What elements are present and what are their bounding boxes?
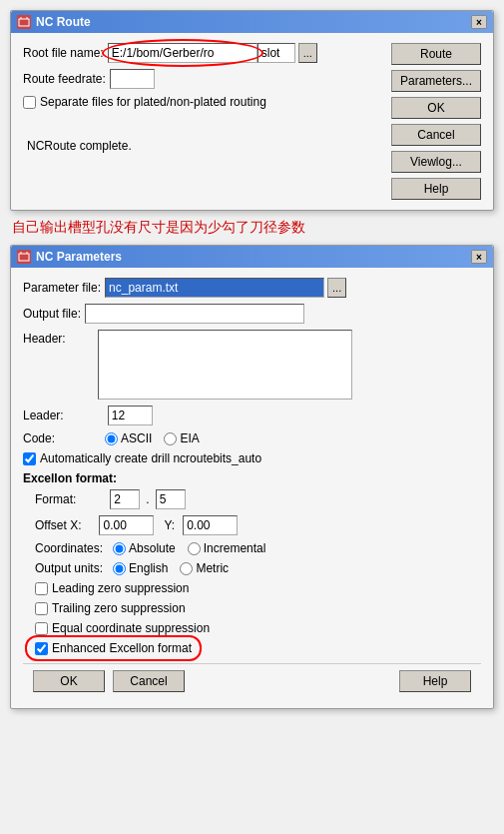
enhanced-excellon-wrapper: Enhanced Excellon format: [35, 641, 192, 655]
english-radio[interactable]: [113, 562, 126, 575]
incremental-radio[interactable]: [188, 542, 201, 555]
nc-route-title: NC Route: [36, 15, 91, 29]
offset-y-label: Y:: [164, 518, 175, 532]
output-file-input[interactable]: [85, 304, 304, 324]
format-separator: .: [146, 492, 149, 506]
root-file-suffix-input[interactable]: [257, 43, 295, 63]
leader-input[interactable]: [108, 406, 153, 425]
incremental-radio-item: Incremental: [188, 541, 266, 555]
offset-x-label: Offset X:: [35, 518, 81, 532]
enhanced-excellon-checkbox[interactable]: [35, 642, 48, 655]
nc-params-bottom-buttons: OK Cancel Help: [23, 663, 481, 698]
metric-label: Metric: [196, 561, 229, 575]
absolute-radio[interactable]: [113, 542, 126, 555]
separate-files-checkbox[interactable]: [23, 96, 36, 109]
separate-files-label: Separate files for plated/non-plated rou…: [40, 95, 266, 109]
format-row: Format: .: [35, 489, 481, 509]
param-file-input[interactable]: [105, 278, 324, 298]
root-file-label: Root file name:: [23, 46, 104, 60]
metric-radio-item: Metric: [180, 561, 229, 575]
offset-x-input[interactable]: [99, 515, 154, 535]
ok-button[interactable]: OK: [391, 97, 481, 119]
nc-route-dialog: NC Route × Root file name: ... Route fe: [10, 10, 494, 211]
ascii-radio[interactable]: [105, 432, 118, 445]
output-file-row: Output file:: [23, 304, 481, 324]
format-label: Format:: [35, 492, 76, 506]
root-file-input-wrapper: [108, 43, 257, 63]
leader-row: Leader:: [23, 406, 481, 425]
auto-drill-checkbox[interactable]: [23, 452, 36, 465]
svg-rect-0: [19, 19, 29, 26]
header-row: Header:: [23, 330, 481, 400]
route-feedrate-row: Route feedrate:: [23, 69, 381, 89]
offset-y-input[interactable]: [183, 515, 238, 535]
absolute-label: Absolute: [129, 541, 176, 555]
leading-zero-label: Leading zero suppression: [52, 581, 189, 595]
nc-params-close-button[interactable]: ×: [471, 250, 487, 264]
absolute-radio-item: Absolute: [113, 541, 176, 555]
output-file-label: Output file:: [23, 307, 81, 321]
output-units-row: Output units: English Metric: [35, 561, 481, 575]
format-input1[interactable]: [110, 489, 140, 509]
trailing-zero-label: Trailing zero suppression: [52, 601, 186, 615]
nc-route-side-buttons: Route Parameters... OK Cancel Viewlog...…: [391, 43, 481, 200]
route-feedrate-label: Route feedrate:: [23, 72, 106, 86]
eia-radio[interactable]: [164, 432, 177, 445]
separate-files-row: Separate files for plated/non-plated rou…: [23, 95, 381, 109]
english-radio-item: English: [113, 561, 168, 575]
trailing-zero-row: Trailing zero suppression: [35, 601, 481, 615]
offset-row: Offset X: Y:: [35, 515, 481, 535]
enhanced-excellon-label: Enhanced Excellon format: [52, 641, 192, 655]
english-label: English: [129, 561, 168, 575]
svg-rect-3: [19, 254, 29, 261]
param-file-browse-button[interactable]: ...: [327, 278, 346, 298]
ascii-radio-item: ASCII: [105, 431, 152, 445]
code-label: Code:: [23, 431, 55, 445]
code-row: Code: ASCII EIA: [23, 431, 481, 445]
leading-zero-row: Leading zero suppression: [35, 581, 481, 595]
route-button[interactable]: Route: [391, 43, 481, 65]
output-units-label: Output units:: [35, 561, 103, 575]
root-file-row: Root file name: ...: [23, 43, 381, 63]
coordinates-row: Coordinates: Absolute Incremental: [35, 541, 481, 555]
metric-radio[interactable]: [180, 562, 193, 575]
middle-annotation: 自己输出槽型孔没有尺寸是因为少勾了刀径参数: [12, 219, 494, 237]
header-label: Header:: [23, 332, 66, 346]
auto-drill-row: Automatically create drill ncroutebits_a…: [23, 451, 481, 465]
header-textarea[interactable]: [98, 330, 352, 400]
coordinates-radio-group: Absolute Incremental: [113, 541, 265, 555]
nc-params-body: Parameter file: ... Output file: Header:…: [11, 268, 493, 708]
equal-coord-label: Equal coordinate suppression: [52, 621, 210, 635]
param-file-label: Parameter file:: [23, 281, 101, 295]
root-file-browse-button[interactable]: ...: [298, 43, 317, 63]
cancel-button[interactable]: Cancel: [391, 124, 481, 146]
nc-params-ok-button[interactable]: OK: [33, 670, 105, 692]
nc-params-cancel-button[interactable]: Cancel: [113, 670, 185, 692]
nc-route-close-button[interactable]: ×: [471, 15, 487, 29]
root-file-input[interactable]: [108, 43, 257, 63]
nc-params-icon: [17, 250, 31, 264]
leader-label: Leader:: [23, 409, 64, 422]
output-units-radio-group: English Metric: [113, 561, 229, 575]
nc-params-dialog: NC Parameters × Parameter file: ... Outp…: [10, 245, 494, 709]
nc-route-body: Root file name: ... Route feedrate:: [11, 33, 493, 210]
parameters-button[interactable]: Parameters...: [391, 70, 481, 92]
leading-zero-checkbox[interactable]: [35, 582, 48, 595]
help-button[interactable]: Help: [391, 178, 481, 200]
format-input2[interactable]: [156, 489, 186, 509]
eia-radio-item: EIA: [164, 431, 199, 445]
equal-coord-checkbox[interactable]: [35, 622, 48, 635]
coordinates-label: Coordinates:: [35, 541, 103, 555]
equal-coord-row: Equal coordinate suppression: [35, 621, 481, 635]
trailing-zero-checkbox[interactable]: [35, 602, 48, 615]
nc-params-title: NC Parameters: [36, 250, 122, 264]
incremental-label: Incremental: [204, 541, 266, 555]
eia-label: EIA: [180, 431, 199, 445]
ascii-label: ASCII: [121, 431, 152, 445]
route-feedrate-input[interactable]: [110, 69, 155, 89]
viewlog-button[interactable]: Viewlog...: [391, 151, 481, 173]
nc-params-help-button[interactable]: Help: [399, 670, 471, 692]
auto-drill-label: Automatically create drill ncroutebits_a…: [40, 451, 261, 465]
code-radio-group: ASCII EIA: [105, 431, 200, 445]
nc-route-titlebar: NC Route ×: [11, 11, 493, 33]
